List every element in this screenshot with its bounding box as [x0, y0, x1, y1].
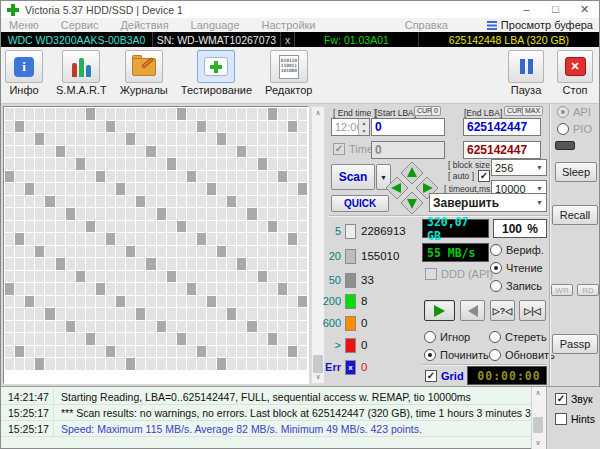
start-zero-button[interactable]: 0: [431, 106, 441, 116]
log-row[interactable]: 14:21:47 Starting Reading, LBA=0..625142…: [1, 389, 531, 405]
radio-icon: [490, 244, 502, 256]
refresh-radio[interactable]: Обновить: [489, 349, 555, 361]
smart-bars-icon: [72, 57, 91, 77]
info-button[interactable]: i Инфо: [5, 50, 43, 96]
log-time: 14:21:47: [1, 391, 53, 403]
hints-checkbox[interactable]: Hints: [555, 413, 595, 425]
scan-button[interactable]: Scan: [331, 164, 375, 190]
latency-row-err: Err x 0: [313, 359, 367, 375]
jump-button[interactable]: ▷|◁: [519, 300, 546, 321]
spin-down-icon[interactable]: ▼: [359, 127, 369, 135]
chevron-down-icon: ▼: [536, 199, 543, 206]
smart-button[interactable]: S.M.A.R.T: [56, 50, 107, 96]
latency-swatch: [345, 316, 356, 331]
menu-help[interactable]: Справка: [394, 19, 459, 31]
latency-swatch: [345, 338, 356, 353]
erase-radio[interactable]: Стереть: [489, 331, 547, 343]
radio-icon: [489, 331, 501, 343]
latency-row-over: > 0: [313, 337, 367, 353]
wr-button[interactable]: WR: [551, 284, 573, 296]
scroll-up-icon[interactable]: ∧: [532, 387, 544, 399]
checkbox-icon: [555, 413, 567, 425]
end-lba-input[interactable]: 625142447: [463, 118, 541, 136]
write-radio[interactable]: Запись: [490, 280, 542, 292]
end-max-button[interactable]: MAX: [522, 106, 543, 116]
read-radio[interactable]: Чтение: [490, 262, 543, 274]
back-button[interactable]: [460, 300, 485, 321]
end-time-spinner[interactable]: 12:00 ▲▼: [331, 118, 370, 136]
rd-button[interactable]: RD: [577, 284, 599, 296]
divider: [549, 104, 551, 386]
log-message: *** Scan results: no warnings, no errors…: [53, 405, 531, 421]
journals-button[interactable]: Журналы: [120, 50, 168, 96]
auto-checkbox[interactable]: [ auto ]: [448, 170, 490, 182]
testing-button[interactable]: Тестирование: [181, 50, 252, 96]
app-window: Victoria 5.37 HDD/SSD | Device 1 ‒ □ ✕ М…: [0, 0, 600, 449]
device-info-bar: WDC WD3200AAKS-00B3A0 SN: WD-WMAT1026707…: [1, 32, 599, 47]
maximize-button[interactable]: □: [541, 1, 570, 18]
end-action-select[interactable]: Завершить▼: [429, 193, 547, 212]
recall-button[interactable]: Recall: [552, 205, 598, 225]
remap-radio[interactable]: Починить: [424, 349, 489, 361]
speed-lcd: 55 MB/s: [422, 243, 489, 262]
device-capacity: 625142448 LBA (320 GB): [419, 32, 599, 47]
quick-button[interactable]: QUICK: [331, 195, 389, 212]
auto-check-icon: [478, 170, 490, 182]
start-lba-input[interactable]: 0: [371, 118, 445, 136]
elapsed-time-lcd: 00:00:00: [467, 366, 547, 385]
menu-main[interactable]: Меню: [9, 19, 50, 31]
latency-row-200: 200 8: [313, 293, 367, 309]
close-button[interactable]: ✕: [570, 1, 599, 18]
buffer-view-button[interactable]: Просмотр буфера: [487, 19, 593, 31]
log-scrollbar[interactable]: ∧ ∨: [531, 387, 546, 449]
menu-settings[interactable]: Настройки: [251, 19, 327, 31]
menu-language[interactable]: Language: [180, 19, 251, 31]
verify-radio[interactable]: Вериф.: [490, 244, 544, 256]
passp-button[interactable]: Passp: [552, 334, 598, 354]
latency-row-5: 5 2286913: [313, 223, 406, 239]
menu-actions[interactable]: Действия: [109, 19, 179, 31]
retry-button[interactable]: ▷?◁: [490, 300, 515, 321]
menu-service[interactable]: Сервис: [50, 19, 110, 31]
info-icon: i: [14, 57, 34, 77]
timer-end-input[interactable]: 625142447: [463, 141, 541, 159]
progress-box: 100%: [493, 219, 547, 238]
scroll-thumb[interactable]: [533, 417, 543, 433]
timer-check-icon: [333, 143, 345, 155]
list-icon: [487, 21, 497, 30]
log-panel: 14:21:47 Starting Reading, LBA=0..625142…: [1, 386, 599, 448]
log-row[interactable]: 15:25:17 Speed: Maximum 115 MB/s. Averag…: [1, 421, 531, 437]
log-message: Speed: Maximum 115 MB/s. Average 82 MB/s…: [53, 421, 422, 437]
stop-button[interactable]: ✕ Стоп: [557, 50, 593, 96]
app-icon: [7, 4, 19, 16]
folder-icon: [132, 58, 156, 76]
sleep-button[interactable]: Sleep: [555, 162, 597, 182]
radio-icon: [489, 349, 501, 361]
log-time: 15:25:17: [1, 423, 53, 435]
log-row[interactable]: 15:25:17 *** Scan results: no warnings, …: [1, 405, 531, 421]
spin-up-icon[interactable]: ▲: [359, 119, 369, 127]
start-lba-label: [Start LBA]: [375, 108, 416, 118]
block-size-select[interactable]: 256▼: [491, 159, 547, 176]
grid-checkbox[interactable]: Grid: [425, 370, 464, 382]
latency-row-50: 50 33: [313, 272, 374, 288]
ignore-radio[interactable]: Игнор: [424, 331, 470, 343]
minimize-button[interactable]: ‒: [512, 1, 541, 18]
api-radio[interactable]: API: [557, 106, 591, 118]
scroll-up-icon[interactable]: ∧: [312, 107, 324, 119]
toolbar: i Инфо S.M.A.R.T Журналы Тестирование 01…: [1, 47, 599, 104]
play-button[interactable]: [424, 300, 455, 321]
pio-radio[interactable]: PIO: [557, 123, 592, 135]
pause-button[interactable]: Пауза: [508, 50, 544, 96]
scroll-down-icon[interactable]: ∨: [532, 437, 544, 449]
editor-button[interactable]: 010110 110011 101000 Редактор: [265, 50, 312, 96]
ddd-api-checkbox[interactable]: DDD (API): [425, 268, 493, 280]
first-aid-icon: [204, 57, 228, 76]
binary-document-icon: 010110 110011 101000: [279, 55, 299, 79]
window-title: Victoria 5.37 HDD/SSD | Device 1: [25, 4, 183, 16]
radio-icon: [424, 331, 436, 343]
timer-start-input[interactable]: 0: [371, 141, 445, 159]
sound-checkbox[interactable]: Звук: [555, 393, 593, 405]
menu-bar: Меню Сервис Действия Language Настройки …: [1, 18, 599, 32]
capacity-lcd: 320,07 GB: [422, 219, 489, 238]
